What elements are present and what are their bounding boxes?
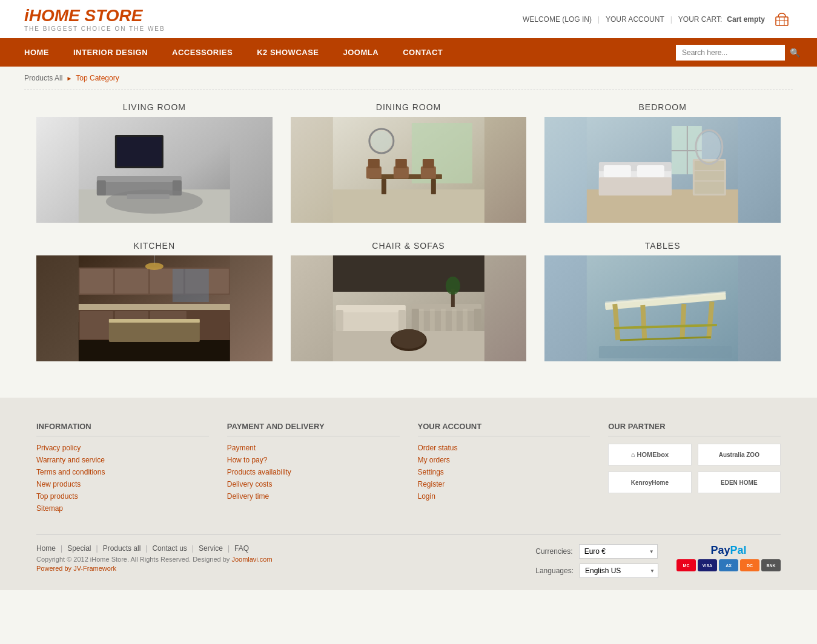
svg-rect-37 [599,177,672,196]
footer-bottom: Home | Special | Products all | Contact … [36,534,781,578]
sep-2: | [96,544,98,553]
cart-icon[interactable] [771,8,793,30]
svg-rect-9 [97,176,182,182]
footer-link-terms[interactable]: Terms and conditions [36,468,209,476]
svg-rect-65 [336,305,405,312]
category-img-kitchen [36,255,273,361]
bank-icon: BNK [761,559,781,571]
breadcrumb-top-category: Top Category [76,74,119,82]
category-living-room[interactable]: LIVING ROOM [36,102,273,223]
category-tables[interactable]: TABLES [544,241,781,361]
svg-rect-7 [117,137,162,166]
bottom-link-contact-us[interactable]: Contact us [152,544,187,553]
footer-link-sitemap[interactable]: Sitemap [36,504,209,513]
search-input[interactable] [676,45,785,61]
search-button[interactable]: 🔍 [785,44,805,61]
bottom-link-faq[interactable]: FAQ [234,544,249,553]
footer-link-delivery-costs[interactable]: Delivery costs [227,480,400,488]
footer-payment: PAYMENT AND DELIVERY Payment How to pay?… [227,422,400,516]
bottom-link-special[interactable]: Special [67,544,91,553]
footer-columns: INFORMATION Privacy policy Warranty and … [36,422,781,516]
main-content: LIVING ROOM [0,90,817,373]
footer-link-login[interactable]: Login [418,492,590,501]
category-title-dining-room: DINING ROOM [291,102,527,112]
svg-rect-57 [109,319,200,323]
footer-link-register[interactable]: Register [418,480,590,488]
svg-rect-64 [336,310,405,331]
footer-link-how-to-pay[interactable]: How to pay? [227,456,400,464]
svg-point-13 [106,189,203,214]
australia-zoo-label: Australia ZOO [719,452,759,458]
breadcrumb-arrow: ► [66,75,72,82]
languages-label: Languages: [535,567,574,575]
svg-rect-74 [440,309,445,331]
divider-1: | [598,15,600,24]
svg-rect-21 [368,159,379,168]
logo[interactable]: iHOME STORE THE BIGGEST CHOICE ON THE WE… [24,6,165,32]
footer-link-delivery-time[interactable]: Delivery time [227,492,400,501]
paypal-area: PayPal MC VISA AX DC BNK [676,544,781,571]
nav-joomla[interactable]: JOOMLA [331,38,391,67]
bottom-link-service[interactable]: Service [199,544,223,553]
category-title-chair-sofas: CHAIR & SOFAS [291,241,527,251]
partner-kenroyhome[interactable]: KenroyHome [608,472,691,493]
footer-link-payment[interactable]: Payment [227,444,400,452]
powered-by-link[interactable]: Powered by JV-Framework [36,565,116,572]
footer-account: YOUR ACCOUNT Order status My orders Sett… [418,422,590,516]
eden-home-label: EDEN HOME [721,479,758,486]
footer-link-new-products[interactable]: New products [36,480,209,488]
svg-rect-66 [336,310,343,331]
footer-link-privacy[interactable]: Privacy policy [36,444,209,452]
bottom-link-home[interactable]: Home [36,544,56,553]
partner-australia-zoo[interactable]: Australia ZOO [698,444,781,465]
category-kitchen[interactable]: KITCHEN [36,241,273,361]
partner-homebox[interactable]: ⌂ HOMEbox [608,444,691,465]
footer-copyright: Copyright © 2012 iHome Store. All Rights… [36,556,273,563]
footer-link-order-status[interactable]: Order status [418,444,590,452]
nav-contact[interactable]: CONTACT [391,38,455,67]
category-dining-room[interactable]: DINING ROOM [291,102,527,223]
account-link[interactable]: YOUR ACCOUNT [606,15,664,24]
category-bedroom[interactable]: BEDROOM [544,102,781,223]
footer-link-products-availability[interactable]: Products availability [227,468,400,476]
partner-eden-home[interactable]: EDEN HOME [698,472,781,493]
category-title-bedroom: BEDROOM [544,102,781,112]
cart-label: YOUR CART: [678,15,722,24]
category-title-living-room: LIVING ROOM [36,102,273,112]
sep-3: | [145,544,147,553]
svg-rect-67 [398,310,405,331]
currencies-select[interactable]: Euro € [579,544,658,559]
footer-link-my-orders[interactable]: My orders [418,456,590,464]
svg-rect-63 [332,255,484,292]
languages-select[interactable]: English US [580,564,658,578]
designed-by-link[interactable]: Joomlavi.com [231,556,272,563]
category-img-bedroom [544,117,781,223]
nav-k2-showcase[interactable]: K2 SHOWCASE [245,38,331,67]
svg-rect-19 [431,179,435,194]
cart-status: Cart empty [727,15,765,24]
footer-link-top-products[interactable]: Top products [36,492,209,501]
paypal-logo: PayPal [710,544,746,557]
breadcrumb: Products All ► Top Category [0,67,817,90]
svg-rect-53 [80,311,113,339]
logo-prefix: i [24,6,29,25]
footer-partner: OUR PARTNER ⌂ HOMEbox Australia ZOO Kenr… [608,422,781,516]
svg-rect-0 [776,17,788,25]
mastercard-icon: MC [676,559,696,571]
breadcrumb-products-all[interactable]: Products All [24,74,62,82]
svg-rect-40 [695,171,724,180]
footer-partner-title: OUR PARTNER [608,422,781,436]
nav-interior-design[interactable]: INTERIOR DESIGN [61,38,160,67]
bottom-link-products-all[interactable]: Products all [103,544,141,553]
nav-home[interactable]: HOME [12,38,61,67]
svg-rect-23 [395,159,406,168]
welcome-link[interactable]: WELCOME (LOG IN) [523,15,592,24]
category-img-tables [544,255,781,361]
category-chair-sofas[interactable]: CHAIR & SOFAS [291,241,527,361]
footer-link-warranty[interactable]: Warranty and service [36,456,209,464]
svg-rect-75 [451,309,456,331]
footer-link-settings[interactable]: Settings [418,468,590,476]
logo-title: iHOME STORE [24,6,165,25]
nav-accessories[interactable]: ACCESSORIES [160,38,245,67]
svg-rect-36 [637,165,664,177]
